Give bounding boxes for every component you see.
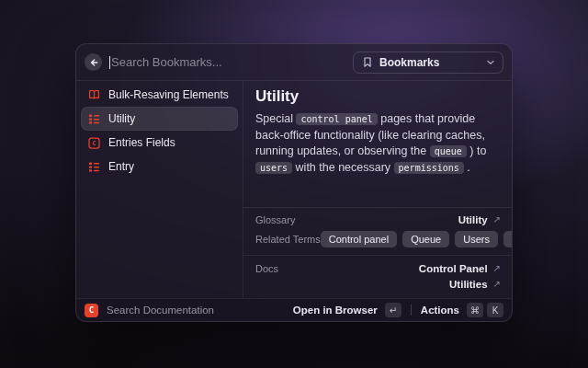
related-term-chip[interactable]: Users [455, 231, 498, 247]
related-term-chip[interactable]: Permissions [503, 231, 513, 247]
external-link-icon: ↗ [493, 264, 501, 273]
result-item-label: Entries Fields [108, 136, 175, 149]
related-terms-row: Related Terms Control panel Queue Users … [255, 225, 501, 255]
list-icon [88, 113, 100, 125]
result-item-label: Utility [108, 112, 135, 125]
footer-actions: Open in Browser ↵ Actions ⌘ K [293, 303, 503, 317]
modal-content: Bulk-Resaving Elements Utility C [76, 81, 512, 298]
footer-separator [411, 305, 412, 316]
results-sidebar: Bulk-Resaving Elements Utility C [76, 81, 243, 298]
back-arrow-icon [88, 57, 99, 68]
back-button[interactable] [85, 53, 102, 71]
inline-code-chip: permissions [394, 162, 464, 174]
description-segment: Special [255, 112, 296, 125]
k-key: K [487, 303, 503, 317]
page-title: Utility [255, 86, 501, 108]
metadata-section: Glossary Utility ↗ Related Terms Control… [255, 207, 501, 290]
search-topbar: Bookmarks [76, 44, 512, 81]
search-field-wrap [109, 55, 353, 69]
filter-dropdown-label: Bookmarks [379, 56, 481, 69]
link-text: Utility [458, 214, 488, 225]
result-item-entries-fields[interactable]: C Entries Fields [81, 131, 238, 155]
actions-shortcut: ⌘ K [467, 303, 503, 317]
docs-row: Docs Control Panel ↗ Utilities ↗ [255, 256, 501, 290]
related-term-chip[interactable]: Queue [402, 231, 449, 247]
result-item-bulk-resaving-elements[interactable]: Bulk-Resaving Elements [81, 83, 238, 107]
book-icon [88, 89, 100, 101]
glossary-row: Glossary Utility ↗ [255, 208, 501, 225]
external-link-icon: ↗ [493, 280, 501, 289]
chevron-down-icon [487, 60, 494, 65]
result-item-label: Entry [108, 160, 134, 173]
glossary-label: Glossary [255, 214, 295, 225]
related-terms-label: Related Terms [255, 234, 321, 245]
detail-panel: Utility Special control panel pages that… [243, 81, 512, 298]
result-item-label: Bulk-Resaving Elements [108, 88, 229, 101]
footer-title: Search Documentation [107, 305, 293, 316]
docs-control-panel-link[interactable]: Control Panel ↗ [419, 263, 501, 274]
link-text: Utilities [449, 279, 488, 290]
inline-code-chip: users [255, 162, 292, 174]
text-cursor [109, 56, 110, 69]
description-segment: . [464, 161, 470, 174]
actions-button[interactable]: Actions [421, 305, 459, 316]
glossary-utility-link[interactable]: Utility ↗ [458, 214, 501, 225]
list-icon [88, 161, 100, 173]
inline-code-chip: queue [430, 145, 467, 157]
description-text: Special control panel pages that provide… [255, 111, 501, 176]
inline-code-chip: control panel [296, 113, 377, 125]
open-in-browser-button[interactable]: Open in Browser [293, 305, 378, 316]
search-input[interactable] [111, 55, 353, 69]
svg-text:C: C [92, 140, 96, 147]
command-key-icon: ⌘ [467, 303, 483, 317]
return-key-icon: ↵ [385, 303, 401, 317]
related-term-chip[interactable]: Control panel [321, 231, 397, 247]
search-modal-window: Bookmarks Bulk-Resaving Elements [75, 43, 513, 322]
bookmarks-filter-dropdown[interactable]: Bookmarks [353, 52, 503, 74]
docs-utilities-link[interactable]: Utilities ↗ [449, 279, 501, 290]
description-segment: ) to [467, 144, 487, 157]
description-segment: with the necessary [292, 161, 393, 174]
external-link-icon: ↗ [493, 215, 501, 224]
craft-app-logo: C [85, 304, 98, 317]
c-square-icon: C [88, 137, 100, 149]
result-item-entry[interactable]: Entry [81, 155, 238, 178]
bookmark-icon [362, 56, 373, 68]
modal-footer: C Search Documentation Open in Browser ↵… [76, 298, 512, 321]
result-item-utility[interactable]: Utility [81, 107, 238, 131]
link-text: Control Panel [419, 263, 488, 274]
docs-label: Docs [255, 263, 278, 274]
